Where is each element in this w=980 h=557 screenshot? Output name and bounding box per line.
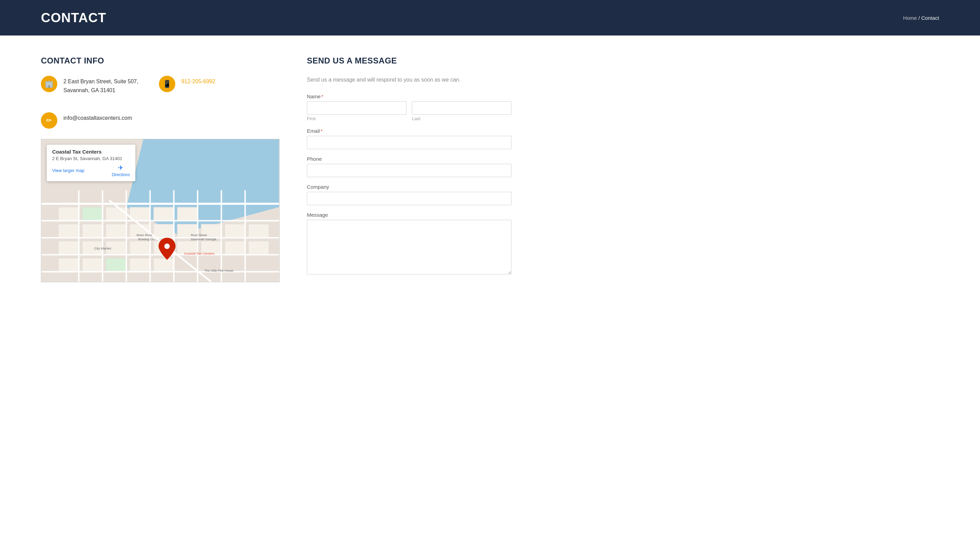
svg-rect-27 <box>225 224 245 238</box>
name-fields: First Last <box>307 101 511 121</box>
pencil-icon: ✏ <box>41 112 57 129</box>
phone-input[interactable] <box>307 164 511 177</box>
address-text: 2 East Bryan Street, Suite 507, Savannah… <box>63 76 138 94</box>
map-container: City Market Moon River Brewing Co Coasta… <box>41 139 280 282</box>
first-name-input[interactable] <box>307 101 406 115</box>
page-header: CONTACT Home / Contact <box>0 0 980 36</box>
email-row: ✏ info@coastaltaxcenters.com <box>41 112 280 129</box>
message-label: Message <box>307 212 511 218</box>
phone-group: Phone <box>307 156 511 177</box>
svg-text:Moon River: Moon River <box>136 233 152 237</box>
svg-text:The Olde Pink House: The Olde Pink House <box>204 269 233 272</box>
svg-rect-3 <box>58 224 79 238</box>
email-group: Email* <box>307 128 511 149</box>
map-popup-address: 2 E Bryan St, Savannah, GA 31401 <box>52 156 130 161</box>
last-label: Last <box>412 116 511 121</box>
company-group: Company <box>307 184 511 205</box>
map-popup: Coastal Tax Centers 2 E Bryan St, Savann… <box>47 145 135 181</box>
svg-rect-6 <box>82 207 103 221</box>
building-icon: 🏢 <box>41 76 57 92</box>
message-textarea[interactable] <box>307 220 511 274</box>
svg-rect-17 <box>130 258 150 272</box>
last-name-input[interactable] <box>412 101 511 115</box>
breadcrumb-separator: / <box>918 15 920 21</box>
svg-text:Brewing Co: Brewing Co <box>138 238 154 241</box>
last-name-wrap: Last <box>412 101 511 121</box>
page-title: CONTACT <box>41 10 106 25</box>
svg-rect-2 <box>58 207 79 221</box>
directions-icon: ✈ <box>118 164 123 172</box>
name-required: * <box>321 93 324 99</box>
address-row: 🏢 2 East Bryan Street, Suite 507, Savann… <box>41 76 138 94</box>
svg-rect-9 <box>82 258 103 272</box>
svg-rect-13 <box>106 258 127 272</box>
breadcrumb: Home / Contact <box>903 15 939 21</box>
svg-text:River Street: River Street <box>191 233 207 237</box>
phone-row: 📱 912-205-6992 <box>159 76 216 94</box>
svg-rect-19 <box>153 224 174 238</box>
svg-rect-7 <box>82 224 103 238</box>
message-group: Message <box>307 212 511 276</box>
map-popup-title: Coastal Tax Centers <box>52 149 130 155</box>
phone-label: Phone <box>307 156 511 162</box>
svg-rect-30 <box>248 241 269 255</box>
main-content: CONTACT INFO 🏢 2 East Bryan Street, Suit… <box>0 36 980 303</box>
svg-rect-16 <box>130 241 150 255</box>
contact-form: Name* First Last Email* <box>307 93 511 276</box>
svg-rect-18 <box>153 207 174 221</box>
phone-link[interactable]: 912-205-6992 <box>182 78 216 84</box>
first-name-wrap: First <box>307 101 406 121</box>
svg-rect-5 <box>58 258 79 272</box>
address-line1: 2 East Bryan Street, Suite 507, <box>63 78 138 84</box>
svg-text:Savannah Georgia: Savannah Georgia <box>191 238 217 241</box>
directions-button[interactable]: ✈ Directions <box>112 164 130 177</box>
contact-form-section: SEND US A MESSAGE Send us a message and … <box>307 56 511 283</box>
contact-info-section: CONTACT INFO 🏢 2 East Bryan Street, Suit… <box>41 56 280 283</box>
svg-rect-21 <box>153 258 174 272</box>
svg-point-46 <box>164 244 170 249</box>
phone-text: 912-205-6992 <box>182 76 216 86</box>
svg-rect-22 <box>177 207 198 221</box>
svg-rect-10 <box>106 207 127 221</box>
svg-text:Coastal Tax Centers: Coastal Tax Centers <box>184 252 214 256</box>
email-input[interactable] <box>307 136 511 149</box>
contact-pairs: 🏢 2 East Bryan Street, Suite 507, Savann… <box>41 76 280 102</box>
address-line2: Savannah, GA 31401 <box>63 87 115 93</box>
email-required: * <box>321 128 323 134</box>
phone-icon: 📱 <box>159 76 175 92</box>
company-label: Company <box>307 184 511 190</box>
company-input[interactable] <box>307 192 511 205</box>
email-address: info@coastaltaxcenters.com <box>63 115 132 121</box>
name-group: Name* First Last <box>307 93 511 121</box>
svg-rect-29 <box>248 224 269 238</box>
view-larger-map-link[interactable]: View larger map <box>52 168 84 173</box>
email-label: Email* <box>307 128 511 134</box>
form-subtitle: Send us a message and will respond to yo… <box>307 76 511 84</box>
breadcrumb-home[interactable]: Home <box>903 15 917 21</box>
name-label: Name* <box>307 93 511 99</box>
svg-rect-4 <box>58 241 79 255</box>
first-label: First <box>307 116 406 121</box>
breadcrumb-current: Contact <box>922 15 939 21</box>
directions-label: Directions <box>112 173 130 177</box>
svg-rect-28 <box>225 241 245 255</box>
email-text: info@coastaltaxcenters.com <box>63 112 132 122</box>
send-message-title: SEND US A MESSAGE <box>307 56 511 65</box>
contact-info-title: CONTACT INFO <box>41 56 280 65</box>
svg-text:City Market: City Market <box>94 247 111 251</box>
svg-rect-11 <box>106 224 127 238</box>
